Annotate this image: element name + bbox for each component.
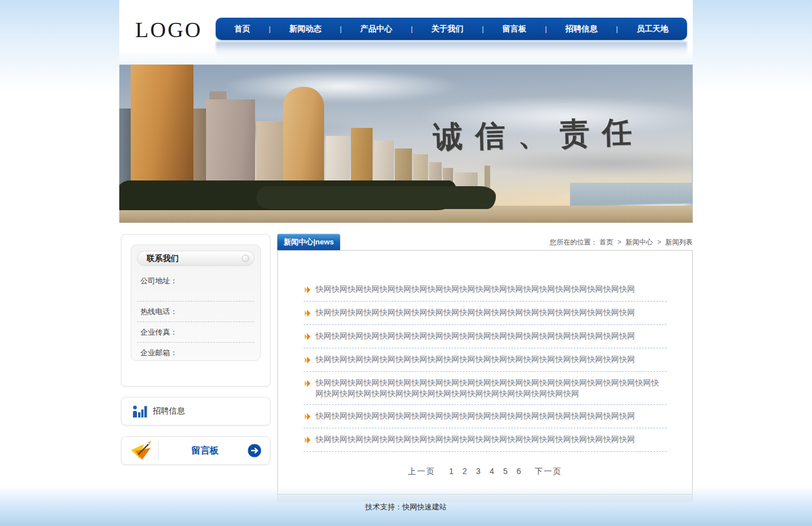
tab-news-center[interactable]: 新闻中心|news <box>277 234 340 250</box>
news-list-item[interactable]: 快网快网快网快网快网快网快网快网快网快网快网快网快网快网快网快网快网快网快网快网 <box>304 302 666 325</box>
contact-panel-header: 联系我们 <box>137 251 254 266</box>
breadcrumb-home[interactable]: 首页 <box>600 238 613 246</box>
building-shape <box>131 65 193 198</box>
nav-item-guestbook[interactable]: 留言板 <box>499 24 530 34</box>
contact-field-fax: 企业传真： <box>137 322 254 342</box>
nav-separator: | <box>482 25 484 33</box>
news-link[interactable]: 快网快网快网快网快网快网快网快网快网快网快网快网快网快网快网快网快网快网快网快网 <box>316 434 635 445</box>
news-list-item[interactable]: 快网快网快网快网快网快网快网快网快网快网快网快网快网快网快网快网快网快网快网快网 <box>304 405 666 428</box>
message-board-label: 留言板 <box>167 445 244 457</box>
news-list-item[interactable]: 快网快网快网快网快网快网快网快网快网快网快网快网快网快网快网快网快网快网快网快网 <box>304 325 666 348</box>
message-board-button[interactable]: 留言板 <box>121 436 270 465</box>
banner-slogan: 诚信、责任 <box>433 112 645 158</box>
pill-knob-icon <box>242 255 249 262</box>
nav-separator: | <box>269 25 270 33</box>
nav-item-products[interactable]: 产品中心 <box>357 24 396 34</box>
pagination-prev[interactable]: 上一页 <box>408 467 435 476</box>
play-bullet-icon <box>305 436 310 446</box>
play-bullet-icon <box>305 379 310 390</box>
nav-item-about[interactable]: 关于我们 <box>428 24 467 34</box>
building-shape <box>484 166 490 188</box>
news-link[interactable]: 快网快网快网快网快网快网快网快网快网快网快网快网快网快网快网快网快网快网快网快网 <box>316 354 635 365</box>
play-bullet-icon <box>305 412 310 423</box>
recruit-label: 招聘信息 <box>153 406 185 416</box>
breadcrumb: 您所在的位置： 首页 > 新闻中心 > 新闻列表 <box>550 238 693 250</box>
pagination-page-5[interactable]: 5 <box>503 467 508 476</box>
content-row: 联系我们 公司地址： 热线电话： 企业传真： 企业邮箱： <box>119 234 693 502</box>
play-bullet-icon <box>305 356 310 366</box>
site-footer: 技术支持：快网快速建站 <box>0 486 812 526</box>
news-list-item[interactable]: 快网快网快网快网快网快网快网快网快网快网快网快网快网快网快网快网快网快网快网快网… <box>304 372 666 405</box>
news-panel: 快网快网快网快网快网快网快网快网快网快网快网快网快网快网快网快网快网快网快网快网… <box>277 250 693 495</box>
news-link[interactable]: 快网快网快网快网快网快网快网快网快网快网快网快网快网快网快网快网快网快网快网快网 <box>316 411 635 421</box>
breadcrumb-news-list[interactable]: 新闻列表 <box>665 238 693 246</box>
breadcrumb-news-center[interactable]: 新闻中心 <box>625 238 653 246</box>
pagination-page-2[interactable]: 2 <box>463 467 467 476</box>
news-list-item[interactable]: 快网快网快网快网快网快网快网快网快网快网快网快网快网快网快网快网快网快网快网快网 <box>304 348 666 372</box>
main-nav: 首页 | 新闻动态 | 产品中心 | 关于我们 | 留言板 | 招聘信息 | 员… <box>216 18 687 40</box>
contact-field-address: 公司地址： <box>137 271 254 301</box>
news-link[interactable]: 快网快网快网快网快网快网快网快网快网快网快网快网快网快网快网快网快网快网快网快网 <box>316 307 635 318</box>
logo: LOGO <box>135 17 203 42</box>
nav-item-staff[interactable]: 员工天地 <box>633 24 672 34</box>
pagination-page-4[interactable]: 4 <box>490 467 494 476</box>
pagination-page-1[interactable]: 1 <box>449 467 454 476</box>
news-link[interactable]: 快网快网快网快网快网快网快网快网快网快网快网快网快网快网快网快网快网快网快网快网 <box>316 331 635 342</box>
tech-support-text: 技术支持：快网快速建站 <box>365 486 447 512</box>
tree-shape <box>256 186 496 209</box>
pagination-next[interactable]: 下一页 <box>535 467 562 476</box>
page-column: LOGO 首页 | 新闻动态 | 产品中心 | 关于我们 | 留言板 | 招聘信… <box>119 0 693 502</box>
news-list-item[interactable]: 快网快网快网快网快网快网快网快网快网快网快网快网快网快网快网快网快网快网快网快网 <box>304 428 666 452</box>
person-chart-icon <box>132 404 147 418</box>
contact-field-email: 企业邮箱： <box>137 342 254 363</box>
news-link[interactable]: 快网快网快网快网快网快网快网快网快网快网快网快网快网快网快网快网快网快网快网快网 <box>316 284 635 295</box>
building-shape <box>283 87 324 193</box>
nav-reflection <box>216 42 687 57</box>
breadcrumb-separator: > <box>655 238 664 246</box>
nav-separator: | <box>545 25 547 33</box>
nav-separator: | <box>411 25 413 33</box>
vertical-divider <box>158 441 159 460</box>
play-bullet-icon <box>305 286 310 296</box>
pagination-page-3[interactable]: 3 <box>476 467 480 476</box>
pagination-page-6[interactable]: 6 <box>516 467 521 476</box>
nav-item-home[interactable]: 首页 <box>231 24 254 34</box>
news-list-item[interactable]: 快网快网快网快网快网快网快网快网快网快网快网快网快网快网快网快网快网快网快网快网 <box>304 278 666 302</box>
play-bullet-icon <box>305 309 310 319</box>
nav-separator: | <box>340 25 342 33</box>
banner-image: 诚信、责任 <box>119 65 693 223</box>
play-bullet-icon <box>305 332 310 343</box>
recruit-info-button[interactable]: 招聘信息 <box>121 397 270 425</box>
nav-item-news[interactable]: 新闻动态 <box>286 24 325 34</box>
nav-item-jobs[interactable]: 招聘信息 <box>562 24 601 34</box>
nav-separator: | <box>616 25 618 33</box>
contact-panel-inner: 联系我们 公司地址： 热线电话： 企业传真： 企业邮箱： <box>131 244 261 361</box>
news-list: 快网快网快网快网快网快网快网快网快网快网快网快网快网快网快网快网快网快网快网快网… <box>304 278 666 452</box>
contact-title: 联系我们 <box>147 254 179 264</box>
breadcrumb-separator: > <box>615 238 624 246</box>
news-link[interactable]: 快网快网快网快网快网快网快网快网快网快网快网快网快网快网快网快网快网快网快网快网… <box>316 378 666 399</box>
pen-paper-icon <box>130 440 152 461</box>
circle-arrow-icon[interactable] <box>247 443 262 458</box>
breadcrumb-prefix: 您所在的位置： <box>550 238 597 246</box>
sidebar: 联系我们 公司地址： 热线电话： 企业传真： 企业邮箱： <box>121 234 270 465</box>
contact-panel: 联系我们 公司地址： 热线电话： 企业传真： 企业邮箱： <box>121 234 270 387</box>
contact-field-hotline: 热线电话： <box>137 301 254 322</box>
main-content: 新闻中心|news 您所在的位置： 首页 > 新闻中心 > 新闻列表 快网快网快… <box>277 234 693 502</box>
site-header: LOGO 首页 | 新闻动态 | 产品中心 | 关于我们 | 留言板 | 招聘信… <box>119 0 693 65</box>
cloud-shape <box>222 69 462 103</box>
tab-row: 新闻中心|news 您所在的位置： 首页 > 新闻中心 > 新闻列表 <box>277 234 693 250</box>
